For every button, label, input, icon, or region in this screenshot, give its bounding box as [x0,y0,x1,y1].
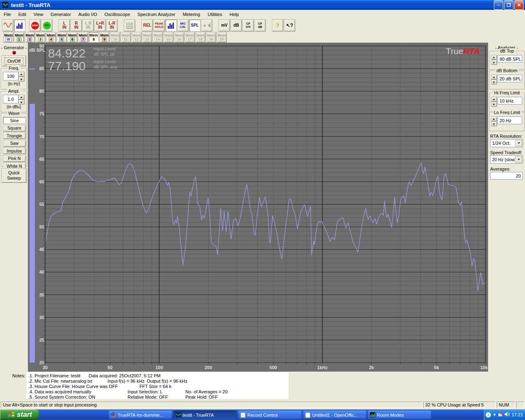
spl-button[interactable]: SPL [189,19,201,32]
task-truerta-for-dummie[interactable]: TrueRTA-for-dummie... [109,411,172,419]
menu-spectrum-analyzer[interactable]: Spectrum Analyzer [134,11,179,18]
grid-toggle-button[interactable] [124,19,135,32]
mem-17-button[interactable]: Mem17 [185,32,195,43]
spectrum-analyzer-mode-button[interactable] [14,19,25,32]
mem-10-button[interactable]: Mem10 [110,32,120,43]
freq-input[interactable]: 100 [3,72,18,80]
mic-cal-button[interactable]: MICCAL [177,19,189,32]
freq-up-icon[interactable] [18,72,25,77]
ampl-spinner[interactable] [18,95,25,105]
menu-utilities[interactable]: Utilities [204,11,226,18]
mem-18-button[interactable]: Mem18 [195,32,205,43]
db-bottom-down-icon[interactable] [491,80,497,84]
title-bar[interactable]: testit - TrueRTA ─ ❐ ✕ [0,0,525,10]
task-record-control[interactable]: Record Control [238,411,301,419]
mute-speaker-button[interactable] [201,19,212,32]
menu-file[interactable]: File [0,11,15,18]
freq-down-icon[interactable] [18,77,25,82]
wave-impulse-button[interactable]: Impulse [3,147,26,154]
millivolts-button[interactable]: mV [219,19,230,32]
hide-icons-chevron[interactable]: ‹ [486,412,491,418]
mem-6-button[interactable]: Mem6 [67,32,78,43]
start-button[interactable]: start [0,409,40,420]
hi-freq-down-icon[interactable] [491,102,497,107]
menu-oscilloscope[interactable]: Oscilloscope [101,11,134,18]
menu-view[interactable]: View [30,11,47,18]
sum-input-button[interactable]: L+RIN [94,19,106,32]
mem-7-button[interactable]: Mem7 [78,32,88,43]
minimize-button[interactable]: ─ [494,0,503,10]
wave-saw-button[interactable]: Saw [3,140,26,147]
generator-sine-button[interactable] [2,19,14,32]
generator-onoff-button[interactable]: On/Off [2,55,26,66]
speed-tradeoff-dropdown[interactable]: 20 Hz (slow) [490,155,523,164]
mem-20-button[interactable]: Mem20 [217,32,227,43]
crest-factor-db-button[interactable]: CFdB [254,19,266,32]
task-testit-truerta[interactable]: testit - TrueRTA [173,411,237,419]
db-top-down-icon[interactable] [491,60,497,65]
right-input-button[interactable]: RIN [71,19,82,32]
peak-hold-button[interactable]: PEAKHOLD [153,19,165,32]
mem-12-button[interactable]: Mem12 [131,32,142,43]
speed-tradeoff-dropdown-arrow-icon[interactable] [515,156,522,163]
wave-pink-n-button[interactable]: Pink N [3,155,26,162]
task-room-modes[interactable]: Room Modes [368,411,431,419]
network-offline-icon[interactable]: ✕ [498,412,503,417]
mem-9-button[interactable]: Mem9 [99,32,110,43]
restore-button[interactable]: ❐ [504,0,514,10]
ampl-up-icon[interactable] [18,95,25,100]
downloader-icon[interactable]: ▼ [492,412,497,417]
db-bottom-up-icon[interactable] [491,75,497,80]
mem-2-button[interactable]: Mem2 [25,32,35,43]
lo-freq-down-icon[interactable] [491,121,497,126]
hi-freq-up-icon[interactable] [491,97,497,102]
task-untitled1-openoffic[interactable]: Untitled1 - OpenOffic... [303,411,366,419]
lo-freq-field[interactable]: 20 Hz [498,116,522,124]
mem-19-button[interactable]: Mem19 [206,32,216,43]
mem-14-button[interactable]: Mem14 [153,32,163,43]
wave-square-button[interactable]: Square [3,125,26,132]
hi-freq-field[interactable]: 10 kHz [498,97,522,105]
rta-resolution-dropdown[interactable]: 1/24 Oct. [490,139,523,147]
menu-audio-i-o[interactable]: Audio I/O [75,11,101,18]
relative-mode-button[interactable]: REL [142,19,153,32]
bar-display-button[interactable] [165,19,177,32]
db-bottom-spinner[interactable] [491,75,497,84]
lo-freq-spinner[interactable] [491,116,497,126]
crest-factor-vv-button[interactable]: CFV/V [242,19,254,32]
db-top-up-icon[interactable] [491,55,497,60]
context-help-button[interactable]: ↖? [284,19,295,32]
volume-icon[interactable] [504,412,510,418]
close-button[interactable]: ✕ [514,0,524,10]
mem-1-button[interactable]: Mem1 [14,32,24,43]
freq-spinner[interactable] [18,72,25,82]
mem-13-button[interactable]: Mem13 [142,32,152,43]
averages-input[interactable]: 20 [490,172,523,180]
mem-4-button[interactable]: Mem4 [46,32,56,43]
ampl-input[interactable]: 1.0 [3,95,18,103]
clock[interactable]: 17:21 [511,412,523,417]
go-button[interactable]: GO [41,19,52,32]
mem-11-button[interactable]: Mem11 [121,32,131,43]
decibels-button[interactable]: dB [231,19,242,32]
mem-w-button[interactable]: MemW [3,32,14,43]
quick-sweep-button[interactable]: Quick Sweep [1,168,27,183]
mem-5-button[interactable]: Mem5 [57,32,67,43]
diff-input-button[interactable]: L-RIN [106,19,118,32]
rta-resolution-dropdown-arrow-icon[interactable] [515,140,522,146]
stop-button[interactable]: STOP [29,19,41,32]
stereo-input-button[interactable]: L RIN [82,19,94,32]
hi-freq-spinner[interactable] [491,97,497,107]
db-bottom-field[interactable]: 20 dB SPL [498,75,522,82]
menu-metering[interactable]: Metering [179,11,204,18]
menu-help[interactable]: Help [226,11,243,18]
db-top-spinner[interactable] [491,55,497,65]
wave-sine-button[interactable]: Sine [3,117,26,124]
db-top-field[interactable]: 90 dB SPL [498,55,522,63]
lo-freq-up-icon[interactable] [491,116,497,121]
mem-3-button[interactable]: Mem3 [35,32,46,43]
menu-generator[interactable]: Generator [47,11,75,18]
wave-triangle-button[interactable]: Triangle [3,132,26,139]
menu-edit[interactable]: Edit [15,11,30,18]
help-button[interactable]: ? [272,19,283,32]
